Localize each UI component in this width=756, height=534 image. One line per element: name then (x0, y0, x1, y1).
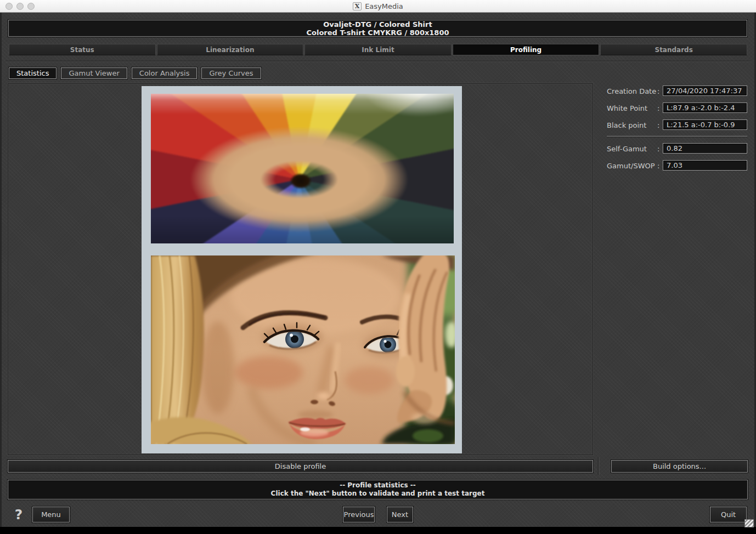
black-point-label: Black point (607, 121, 646, 129)
self-gamut-label: Self-Gamut (607, 145, 647, 153)
subtab-color-analysis[interactable]: Color Analysis (132, 67, 198, 79)
white-point-label: White Point (607, 104, 647, 112)
previous-button[interactable]: Previous (343, 507, 375, 522)
app-window: X EasyMedia Ovaljet-DTG / Colored Shirt … (0, 0, 756, 534)
close-window-button[interactable] (5, 3, 13, 10)
creation-date-label: Creation Date (607, 87, 656, 95)
main-tabbar: Status Linearization Ink Limit Profiling… (9, 44, 747, 55)
status-line1: -- Profile statistics -- (340, 481, 416, 490)
white-point-colon: : (657, 104, 659, 112)
bottom-black-strip (0, 527, 756, 534)
x11-logo-icon: X (353, 2, 362, 10)
title-group: X EasyMedia (353, 2, 403, 10)
subtab-statistics[interactable]: Statistics (9, 67, 57, 79)
job-header-line2: Colored T-shirt CMYKRG / 800x1800 (306, 29, 449, 37)
window-controls (5, 3, 35, 10)
white-point-field: L:87.9 a:-2.0 b:-2.4 (663, 103, 747, 113)
preview-panel (8, 83, 593, 455)
tab-standards[interactable]: Standards (600, 44, 747, 55)
job-header: Ovaljet-DTG / Colored Shirt Colored T-sh… (8, 20, 747, 37)
tab-ink-limit[interactable]: Ink Limit (304, 44, 452, 55)
quit-button[interactable]: Quit (710, 507, 747, 522)
menu-button[interactable]: Menu (32, 507, 70, 522)
window-title: EasyMedia (365, 2, 403, 10)
build-options-button[interactable]: Build options... (611, 460, 748, 473)
creation-date-field: 27/04/2020 17:47:37 (663, 86, 747, 96)
status-line2: Click the "Next" button to validate and … (271, 490, 485, 498)
tab-linearization[interactable]: Linearization (157, 44, 304, 55)
woman-portrait-art (151, 255, 455, 444)
creation-date-colon: : (657, 87, 659, 95)
self-gamut-field: 0.82 (663, 143, 747, 154)
tab-status[interactable]: Status (9, 44, 156, 55)
photo-mat (142, 86, 462, 453)
minimize-window-button[interactable] (16, 3, 24, 10)
titlebar: X EasyMedia (0, 0, 756, 13)
self-gamut-colon: : (657, 145, 659, 153)
horizontal-separator (5, 61, 751, 62)
tab-profiling[interactable]: Profiling (453, 44, 600, 55)
disable-profile-button[interactable]: Disable profile (8, 460, 593, 473)
sub-tabbar: Statistics Gamut Viewer Color Analysis G… (9, 67, 261, 79)
gamut-swop-label: Gamut/SWOP (607, 162, 655, 170)
stats-separator (607, 136, 747, 137)
woman-portrait-photo (151, 255, 455, 444)
colored-pencils-art (151, 94, 454, 243)
vertical-separator (598, 457, 599, 475)
subtab-gamut-viewer[interactable]: Gamut Viewer (61, 67, 127, 79)
zoom-window-button[interactable] (27, 3, 35, 10)
job-header-line1: Ovaljet-DTG / Colored Shirt (323, 20, 432, 29)
gamut-swop-field: 7.03 (663, 160, 747, 171)
colored-pencils-photo (151, 94, 454, 243)
subtab-grey-curves[interactable]: Grey Curves (201, 67, 261, 79)
resize-grip[interactable] (744, 519, 754, 527)
status-message-panel: -- Profile statistics -- Click the "Next… (8, 480, 748, 499)
black-point-colon: : (657, 121, 659, 129)
black-point-field: L:21.5 a:-0.7 b:-0.9 (663, 120, 747, 130)
gamut-swop-colon: : (657, 162, 659, 170)
help-button[interactable]: ? (13, 507, 24, 523)
next-button[interactable]: Next (387, 507, 413, 522)
